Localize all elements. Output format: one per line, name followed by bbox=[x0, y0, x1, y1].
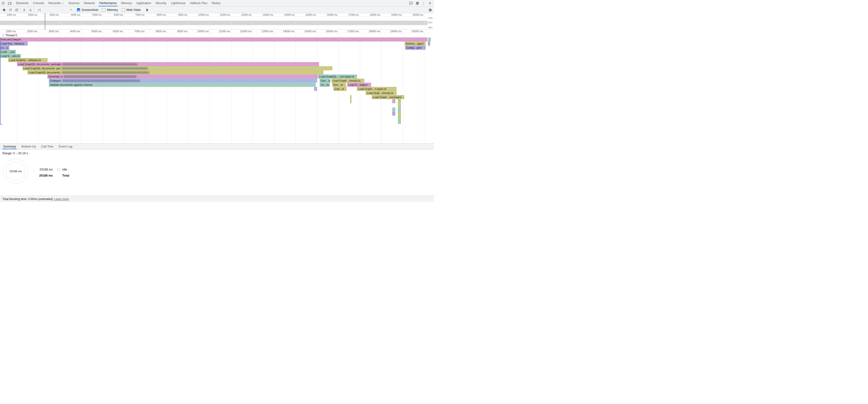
tab-network[interactable]: Network bbox=[82, 0, 97, 6]
tab-summary[interactable]: Summary bbox=[0, 144, 19, 149]
overview-tick-label: 14000 ms bbox=[277, 13, 294, 16]
delete-recording-button[interactable] bbox=[144, 7, 150, 13]
overview-marker bbox=[45, 13, 45, 30]
flame-event[interactable]: Load GraphQL documents: pac bbox=[23, 66, 332, 70]
overview-tick-label: 16000 ms bbox=[320, 13, 337, 16]
tab-application[interactable]: Application bbox=[134, 0, 153, 6]
ruler-tick-label: 15000 ms bbox=[299, 30, 316, 33]
flame-event[interactable] bbox=[392, 99, 395, 103]
checkbox-memory[interactable]: Memory bbox=[102, 8, 118, 12]
tab-redux[interactable]: Redux bbox=[210, 0, 223, 6]
flame-event[interactable] bbox=[428, 37, 431, 41]
flame-event[interactable]: Validate documents against schema bbox=[49, 83, 316, 87]
checkbox-box[interactable] bbox=[122, 8, 125, 11]
record-button[interactable] bbox=[1, 7, 7, 13]
capture-settings-gear-icon[interactable] bbox=[428, 6, 432, 13]
ruler-tick-label: 18000 ms bbox=[363, 30, 380, 33]
tab-memory[interactable]: Memory bbox=[119, 0, 134, 6]
flame-event[interactable]: Load G…kages/ bbox=[347, 83, 371, 87]
recording-history-select[interactable]: #1 bbox=[37, 8, 73, 12]
flame-event[interactable] bbox=[350, 99, 351, 103]
flame-event[interactable] bbox=[314, 87, 317, 91]
flame-event[interactable] bbox=[398, 120, 401, 124]
tab-sources[interactable]: Sources bbox=[66, 0, 82, 6]
flame-event[interactable]: Cod…ts bbox=[334, 87, 347, 91]
overview-tick-label: 12000 ms bbox=[234, 13, 252, 16]
checkbox-box[interactable] bbox=[102, 8, 105, 11]
ruler-tick-label: 13000 ms bbox=[256, 30, 273, 33]
flame-event[interactable] bbox=[392, 107, 395, 112]
ruler-tick-label: 19000 ms bbox=[384, 30, 402, 33]
flame-event[interactable]: Load Grap…/mocks.ts bbox=[366, 91, 397, 95]
flame-event[interactable] bbox=[398, 99, 401, 103]
flame-event[interactable] bbox=[398, 112, 401, 116]
flame-event[interactable]: Load GraphQL documents: bbox=[28, 70, 323, 74]
tab-recorder[interactable]: Recorder⚠ bbox=[46, 0, 66, 6]
close-devtools-icon[interactable]: ✕ bbox=[427, 0, 433, 6]
settings-gear-icon[interactable] bbox=[414, 0, 421, 6]
device-toolbar-icon[interactable] bbox=[6, 0, 12, 6]
flame-grid-line bbox=[124, 33, 124, 144]
checkbox-box[interactable] bbox=[77, 8, 80, 11]
flame-event[interactable]: Load …s.ts bbox=[0, 50, 16, 54]
ruler-tick-label: 4000 ms bbox=[63, 30, 80, 33]
flame-event[interactable]: Co…ts bbox=[320, 83, 330, 87]
load-profile-button[interactable] bbox=[21, 7, 27, 13]
tab-event-log[interactable]: Event Log bbox=[56, 144, 75, 149]
tab-label: Adblock Plus bbox=[190, 1, 207, 5]
thread-header[interactable]: ▼ Thread 0 bbox=[0, 33, 17, 37]
tab-performance[interactable]: Performance bbox=[97, 0, 119, 6]
flame-event[interactable] bbox=[392, 112, 395, 116]
reload-and-record-button[interactable] bbox=[7, 7, 13, 13]
flame-event[interactable]: Load Graph…/mocks.ts bbox=[332, 79, 364, 83]
flame-event[interactable]: Gen…ts bbox=[332, 83, 346, 87]
ruler-tick-label: 8000 ms bbox=[149, 30, 166, 33]
flame-event[interactable]: Lo…s bbox=[0, 46, 9, 50]
flame-event[interactable] bbox=[398, 103, 401, 107]
flame-event[interactable]: Load GraphQ…ed/types.ts bbox=[8, 58, 48, 62]
messages-badge-icon[interactable]: 3 bbox=[408, 0, 414, 6]
legend-label: Total bbox=[62, 174, 69, 177]
tab-bottom-up[interactable]: Bottom-Up bbox=[19, 144, 38, 149]
tab-security[interactable]: Security bbox=[153, 0, 168, 6]
legend-row-idle: 20188 msIdle bbox=[37, 166, 69, 173]
tab-console[interactable]: Console bbox=[31, 0, 46, 6]
flame-event[interactable]: Load GraphQL …urn-types.ts bbox=[318, 74, 357, 79]
save-profile-button[interactable] bbox=[27, 7, 34, 13]
flame-event[interactable]: Load Graph…n-types.ts bbox=[357, 87, 397, 91]
flame-grid-line bbox=[317, 33, 317, 144]
redacted-text bbox=[62, 71, 149, 74]
tab-label: Bottom-Up bbox=[21, 145, 36, 148]
tab-elements[interactable]: Elements bbox=[14, 0, 31, 6]
tab-call-tree[interactable]: Call Tree bbox=[38, 144, 56, 149]
tab-lighthouse[interactable]: Lighthouse bbox=[168, 0, 188, 6]
more-options-kebab-icon[interactable]: ⋮ bbox=[421, 0, 427, 6]
flame-event[interactable]: Codeg…ges/ bbox=[405, 46, 425, 50]
flame-event[interactable] bbox=[398, 116, 401, 120]
legend-swatch[interactable] bbox=[57, 168, 60, 171]
checkbox-screenshots[interactable]: Screenshots bbox=[77, 8, 98, 12]
disclosure-triangle-icon[interactable]: ▼ bbox=[2, 34, 4, 36]
flame-event[interactable]: Load Gra…hema.ts bbox=[0, 42, 28, 45]
flame-event[interactable] bbox=[428, 42, 430, 45]
flame-event[interactable] bbox=[398, 107, 401, 112]
flame-event[interactable]: Codegen: bbox=[49, 79, 317, 83]
flame-event[interactable]: Gen…ts bbox=[320, 79, 330, 83]
flame-event[interactable]: Load G…pes.ts bbox=[0, 54, 21, 58]
learn-more-link[interactable]: Learn more bbox=[54, 197, 69, 201]
overview-tick-label: 3000 ms bbox=[41, 13, 59, 16]
flame-event[interactable]: Load Graph…packages/ bbox=[372, 95, 404, 99]
flame-event[interactable]: Genera…ages/ bbox=[405, 42, 426, 45]
inspect-element-icon[interactable] bbox=[0, 0, 6, 6]
legend-row-total: 20188 msTotal bbox=[37, 173, 69, 179]
clear-recording-button[interactable] bbox=[13, 7, 20, 13]
overview-pane[interactable]: 1000 ms2000 ms3000 ms4000 ms5000 ms6000 … bbox=[0, 13, 434, 30]
flame-event[interactable] bbox=[350, 95, 351, 99]
tab-adblock-plus[interactable]: Adblock Plus bbox=[188, 0, 210, 6]
flame-event[interactable]: Load GraphQL documents: package bbox=[17, 62, 319, 66]
flame-event[interactable]: executeCodegen bbox=[0, 37, 428, 41]
checkbox-web-vitals[interactable]: Web Vitals bbox=[122, 8, 141, 12]
ruler-tick-label: 17000 ms bbox=[341, 30, 359, 33]
flame-event[interactable]: Generate: p bbox=[48, 74, 318, 79]
flame-chart[interactable]: ▼ Thread 0 executeCodegenLoad Gra…hema.t… bbox=[0, 33, 434, 144]
